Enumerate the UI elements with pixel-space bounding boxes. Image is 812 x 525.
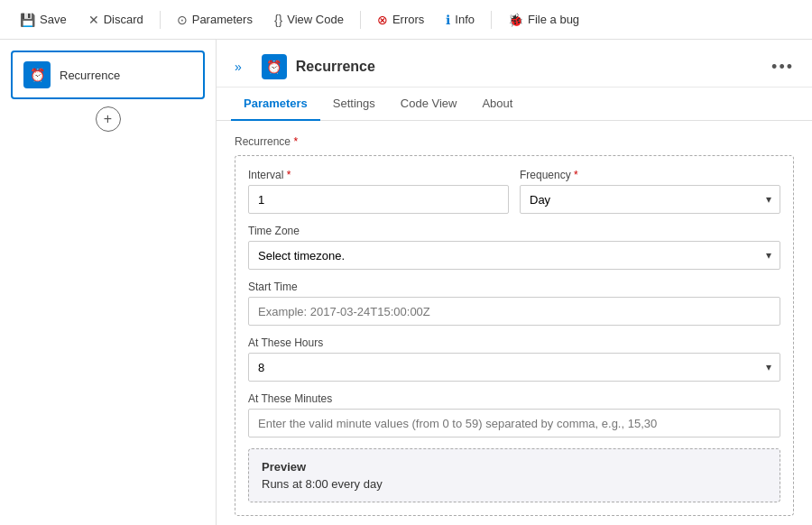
info-icon: ℹ: [446, 13, 450, 27]
plus-icon: +: [104, 111, 112, 127]
parameters-label: Parameters: [192, 13, 253, 26]
errors-icon: ⊗: [377, 13, 388, 27]
separator-3: [491, 11, 492, 29]
save-icon: 💾: [20, 13, 35, 27]
interval-input[interactable]: [248, 185, 509, 214]
panel-title: Recurrence: [296, 59, 375, 75]
expand-icon[interactable]: [231, 56, 245, 78]
bug-icon: 🐞: [508, 13, 523, 27]
left-panel: ⏰ Recurrence +: [0, 40, 217, 525]
panel-header: ⏰ Recurrence •••: [217, 40, 812, 88]
add-node-button[interactable]: +: [96, 106, 121, 132]
view-code-label: View Code: [287, 13, 344, 26]
at-hours-select[interactable]: 0123 4567 891011 12131415 16171819 20212…: [248, 353, 780, 382]
more-options-button[interactable]: •••: [771, 58, 794, 77]
separator-2: [360, 11, 361, 29]
errors-label: Errors: [392, 13, 424, 26]
toolbar: 💾 Save ✕ Discard ⊙ Parameters {} View Co…: [0, 0, 812, 40]
at-minutes-group: At These Minutes: [248, 392, 780, 438]
view-code-icon: {}: [274, 13, 282, 27]
errors-button[interactable]: ⊗ Errors: [368, 7, 433, 32]
discard-label: Discard: [104, 13, 143, 26]
node-icon: ⏰: [23, 61, 51, 88]
tab-about[interactable]: About: [469, 88, 525, 121]
file-bug-button[interactable]: 🐞 File a bug: [499, 7, 588, 32]
start-time-label: Start Time: [248, 281, 780, 293]
interval-group: Interval *: [248, 169, 509, 214]
panel-clock-icon: ⏰: [266, 60, 281, 74]
clock-icon: ⏰: [30, 68, 45, 82]
recurrence-section-label: Recurrence *: [235, 135, 794, 148]
tabs-bar: Parameters Settings Code View About: [217, 88, 812, 121]
recurrence-node[interactable]: ⏰ Recurrence: [11, 51, 205, 99]
start-time-group: Start Time: [248, 281, 780, 326]
timezone-select-wrap: Select timezone. UTC Eastern Time Pacifi…: [248, 241, 780, 270]
at-hours-group: At These Hours 0123 4567 891011 12131415…: [248, 336, 780, 382]
parameters-icon: ⊙: [177, 13, 188, 27]
save-label: Save: [40, 13, 67, 26]
recurrence-dashed-box: Interval * Frequency * Minute Hour D: [235, 155, 794, 516]
preview-title: Preview: [262, 460, 767, 474]
panel-title-row: ⏰ Recurrence: [231, 54, 375, 79]
right-panel: ⏰ Recurrence ••• Parameters Settings Cod…: [217, 40, 812, 525]
at-hours-select-wrap: 0123 4567 891011 12131415 16171819 20212…: [248, 353, 780, 382]
tab-settings[interactable]: Settings: [320, 88, 388, 121]
frequency-select[interactable]: Minute Hour Day Week Month: [520, 185, 780, 214]
preview-text: Runs at 8:00 every day: [262, 477, 767, 491]
node-label: Recurrence: [60, 69, 120, 82]
info-button[interactable]: ℹ Info: [437, 7, 484, 32]
timezone-label: Time Zone: [248, 225, 780, 237]
file-bug-label: File a bug: [528, 13, 579, 26]
parameters-button[interactable]: ⊙ Parameters: [168, 7, 262, 32]
at-hours-row: At These Hours 0123 4567 891011 12131415…: [248, 336, 780, 382]
save-button[interactable]: 💾 Save: [11, 7, 76, 32]
start-time-input[interactable]: [248, 297, 780, 326]
discard-icon: ✕: [88, 13, 99, 27]
tab-code-view[interactable]: Code View: [388, 88, 470, 121]
discard-button[interactable]: ✕ Discard: [79, 7, 152, 32]
interval-label: Interval *: [248, 169, 509, 181]
frequency-label: Frequency *: [520, 169, 780, 181]
preview-box: Preview Runs at 8:00 every day: [248, 448, 780, 502]
view-code-button[interactable]: {} View Code: [265, 7, 353, 32]
frequency-group: Frequency * Minute Hour Day Week Month ▾: [520, 169, 780, 214]
at-minutes-label: At These Minutes: [248, 392, 780, 405]
info-label: Info: [455, 13, 475, 26]
frequency-select-wrap: Minute Hour Day Week Month ▾: [520, 185, 780, 214]
at-hours-label: At These Hours: [248, 336, 780, 349]
interval-frequency-row: Interval * Frequency * Minute Hour D: [248, 169, 780, 214]
main-layout: ⏰ Recurrence + ⏰ Recurrence ••• Paramete…: [0, 40, 812, 525]
panel-header-icon: ⏰: [262, 54, 287, 79]
tab-parameters[interactable]: Parameters: [231, 88, 320, 121]
content-area: Recurrence * Interval * Frequency *: [217, 121, 812, 525]
start-time-row: Start Time: [248, 281, 780, 326]
separator-1: [160, 11, 161, 29]
timezone-group: Time Zone Select timezone. UTC Eastern T…: [248, 225, 780, 270]
at-minutes-row: At These Minutes: [248, 392, 780, 438]
at-minutes-input[interactable]: [248, 409, 780, 438]
timezone-select[interactable]: Select timezone. UTC Eastern Time Pacifi…: [248, 241, 780, 270]
timezone-row: Time Zone Select timezone. UTC Eastern T…: [248, 225, 780, 270]
